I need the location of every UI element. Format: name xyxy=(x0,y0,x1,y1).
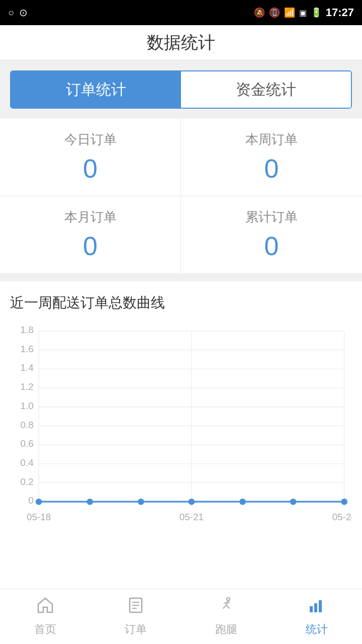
stat-today-label: 今日订单 xyxy=(64,131,117,148)
y-label-0-2: 0.2 xyxy=(20,476,33,487)
phone-icon: 📵 xyxy=(269,7,280,18)
data-point-3 xyxy=(138,499,144,505)
battery-icon: 🔋 xyxy=(311,7,322,18)
bell-mute-icon: 🔕 xyxy=(254,7,265,18)
nav-home-label: 首页 xyxy=(34,622,56,637)
x-label-0518: 05-18 xyxy=(27,512,51,522)
svg-rect-6 xyxy=(314,603,317,612)
stats-grid: 今日订单 0 本周订单 0 本月订单 0 累计订单 0 xyxy=(0,119,362,273)
runner-icon xyxy=(217,596,235,619)
nav-item-stats[interactable]: 统计 xyxy=(272,596,362,637)
stat-total-label: 累计订单 xyxy=(245,208,298,226)
status-bar-right: 🔕 📵 📶 ▣ 🔋 17:27 xyxy=(254,6,354,19)
chart-section: 近一周配送订单总数曲线 1.8 1.6 1.4 1.2 1.0 0.8 0.6 … xyxy=(0,281,362,589)
camera-icon: ⊙ xyxy=(19,7,28,19)
y-label-1-2: 1.2 xyxy=(20,381,33,392)
y-label-1-6: 1.6 xyxy=(20,344,33,354)
x-label-0524: 05-24 xyxy=(332,512,352,522)
svg-rect-5 xyxy=(310,606,313,612)
page-title: 数据统计 xyxy=(147,31,215,54)
data-point-6 xyxy=(290,499,297,505)
page-header: 数据统计 xyxy=(0,25,362,60)
tab-orders[interactable]: 订单统计 xyxy=(11,71,181,108)
data-point-1 xyxy=(36,499,42,505)
chart-container: 1.8 1.6 1.4 1.2 1.0 0.8 0.6 0.4 0.2 0 xyxy=(10,323,352,544)
chart-svg: 1.8 1.6 1.4 1.2 1.0 0.8 0.6 0.4 0.2 0 xyxy=(10,323,352,544)
stat-month-orders: 本月订单 0 xyxy=(0,196,181,273)
status-bar-left: ○ ⊙ xyxy=(8,7,28,19)
stat-today-value: 0 xyxy=(83,153,98,184)
tab-switcher: 订单统计 资金统计 xyxy=(10,70,352,109)
clock-icon: ○ xyxy=(8,7,14,19)
bottom-nav: 首页 订单 跑腿 xyxy=(0,589,362,644)
stat-total-value: 0 xyxy=(264,231,279,261)
wifi-icon: 📶 xyxy=(284,7,295,18)
tab-funds[interactable]: 资金统计 xyxy=(181,71,351,108)
stat-month-value: 0 xyxy=(83,231,98,261)
nav-stats-label: 统计 xyxy=(306,622,328,637)
data-point-4 xyxy=(189,499,195,505)
y-label-0-8: 0.8 xyxy=(20,420,33,430)
y-label-1-8: 1.8 xyxy=(20,325,33,335)
stat-today-orders: 今日订单 0 xyxy=(0,119,181,196)
nav-orders-label: 订单 xyxy=(125,622,147,637)
stat-week-label: 本周订单 xyxy=(245,131,298,148)
nav-item-runner[interactable]: 跑腿 xyxy=(181,596,272,637)
svg-rect-7 xyxy=(319,600,322,612)
stats-icon xyxy=(308,596,326,619)
y-label-0-6: 0.6 xyxy=(20,438,33,449)
nav-runner-label: 跑腿 xyxy=(215,622,237,637)
data-point-5 xyxy=(239,499,246,505)
orders-icon xyxy=(127,596,145,619)
nav-item-orders[interactable]: 订单 xyxy=(90,596,181,637)
y-label-1-4: 1.4 xyxy=(20,362,33,373)
stat-week-orders: 本周订单 0 xyxy=(181,119,362,196)
nav-item-home[interactable]: 首页 xyxy=(0,596,90,637)
stat-month-label: 本月订单 xyxy=(64,208,117,226)
y-label-0-4: 0.4 xyxy=(20,457,33,468)
data-point-7 xyxy=(341,499,347,505)
x-label-0521: 05-21 xyxy=(179,512,204,522)
stat-week-value: 0 xyxy=(264,153,279,184)
sim-icon: ▣ xyxy=(299,8,307,18)
status-bar: ○ ⊙ 🔕 📵 📶 ▣ 🔋 17:27 xyxy=(0,0,362,25)
y-label-0: 0 xyxy=(28,495,33,506)
status-time: 17:27 xyxy=(326,6,354,19)
y-label-1-0: 1.0 xyxy=(20,400,33,411)
home-icon xyxy=(36,596,54,619)
data-point-2 xyxy=(86,499,93,505)
chart-title: 近一周配送订单总数曲线 xyxy=(10,293,352,312)
stat-total-orders: 累计订单 0 xyxy=(181,196,362,273)
